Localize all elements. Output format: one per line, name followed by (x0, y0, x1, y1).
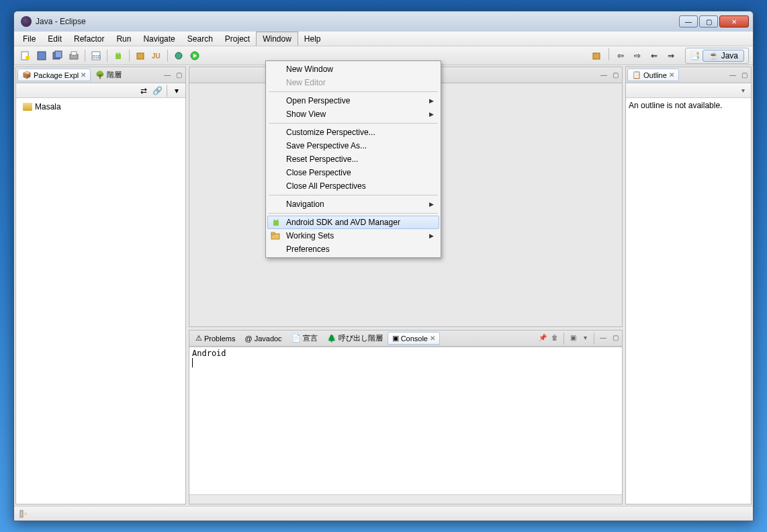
new-button[interactable] (18, 48, 33, 63)
android-button[interactable] (111, 48, 126, 63)
display-console-button[interactable]: ▣ (568, 332, 578, 343)
menu-navigation[interactable]: Navigation▶ (267, 197, 439, 211)
nav-right-button[interactable]: ⇒ (664, 48, 678, 63)
view-toolbar: ⇄ 🔗 ▾ (16, 83, 185, 98)
close-icon[interactable]: ✕ (430, 335, 435, 342)
nav-left-button[interactable]: ⇐ (647, 48, 662, 63)
java-icon: ☕ (709, 51, 719, 60)
menu-help[interactable]: Help (298, 32, 327, 46)
tab-label: 階層 (107, 70, 122, 80)
minimize-view-button[interactable]: — (727, 70, 738, 81)
tab-label: Outline (643, 71, 667, 79)
tab-javadoc[interactable]: @ Javadoc (240, 332, 286, 345)
svg-point-1 (26, 56, 30, 60)
perspective-label: Java (721, 51, 738, 60)
menu-open-perspective[interactable]: Open Perspective▶ (267, 94, 439, 107)
clear-console-button[interactable]: 🗑 (549, 332, 560, 343)
menu-refactor[interactable]: Refactor (68, 32, 110, 46)
menu-file[interactable]: File (17, 32, 42, 46)
close-icon[interactable]: ✕ (81, 71, 86, 79)
tab-outline[interactable]: 📋 Outline ✕ (627, 69, 679, 81)
maximize-editor-button[interactable]: ▢ (610, 70, 621, 81)
menu-close-perspective[interactable]: Close Perspective (267, 166, 439, 179)
minimize-view-button[interactable]: — (162, 70, 173, 81)
outline-icon: 📋 (632, 71, 641, 79)
maximize-view-button[interactable]: ▢ (610, 332, 621, 343)
forward-button[interactable]: ⇨ (630, 48, 645, 63)
menu-reset-perspective[interactable]: Reset Perspective... (267, 152, 439, 166)
run-button[interactable] (187, 48, 202, 63)
outline-tabbar: 📋 Outline ✕ — ▢ (626, 67, 751, 83)
open-console-button[interactable]: ▾ (580, 332, 590, 343)
titlebar[interactable]: Java - Eclipse — ▢ ✕ (14, 11, 753, 32)
view-tabbar: 📦 Package Expl ✕ 🌳 階層 — ▢ (16, 67, 185, 83)
status-icon[interactable] (18, 508, 29, 519)
close-button[interactable]: ✕ (719, 15, 749, 28)
statusbar (14, 506, 753, 521)
print-button[interactable] (66, 48, 81, 63)
menu-save-perspective-as[interactable]: Save Perspective As... (267, 139, 439, 152)
tab-call-hierarchy[interactable]: 🌲 呼び出し階層 (322, 331, 388, 345)
back-button[interactable]: ⇦ (613, 48, 628, 63)
project-icon (23, 103, 32, 111)
menu-search[interactable]: Search (181, 32, 219, 46)
maximize-view-button[interactable]: ▢ (173, 70, 184, 81)
android-icon (271, 217, 281, 228)
maximize-view-button[interactable]: ▢ (739, 70, 750, 81)
tab-declaration[interactable]: 📄 宣言 (287, 331, 322, 345)
minimize-editor-button[interactable]: — (598, 70, 609, 81)
svg-rect-4 (55, 51, 62, 58)
perspective-switcher[interactable]: 📑 ☕ Java (685, 48, 749, 64)
eclipse-icon (21, 16, 32, 27)
binary-icon[interactable]: 010 (89, 48, 103, 63)
minimize-button[interactable]: — (679, 15, 698, 28)
declaration-icon: 📄 (291, 334, 301, 343)
menu-navigate[interactable]: Navigate (137, 32, 181, 46)
tab-label: Javadoc (255, 335, 282, 343)
link-editor-button[interactable]: 🔗 (151, 85, 163, 97)
menu-preferences[interactable]: Preferences (267, 242, 439, 256)
menu-new-editor: New Editor (267, 76, 439, 89)
tab-hierarchy[interactable]: 🌳 階層 (91, 68, 126, 82)
menu-android-sdk-avd-manager[interactable]: Android SDK and AVD Manager (267, 216, 439, 229)
svg-rect-20 (273, 220, 279, 226)
tab-problems[interactable]: ⚠ Problems (191, 332, 240, 345)
window-menu-dropdown: New Window New Editor Open Perspective▶ … (265, 60, 441, 258)
menu-edit[interactable]: Edit (42, 32, 68, 46)
new-package-button[interactable] (590, 48, 604, 63)
menu-project[interactable]: Project (219, 32, 256, 46)
menu-show-view[interactable]: Show View▶ (267, 107, 439, 121)
save-all-button[interactable] (50, 48, 65, 63)
maximize-button[interactable]: ▢ (699, 15, 718, 28)
minimize-view-button[interactable]: — (598, 332, 608, 343)
save-button[interactable] (34, 48, 49, 63)
close-icon[interactable]: ✕ (669, 71, 674, 79)
tab-console[interactable]: ▣ Console ✕ (388, 332, 440, 345)
menu-window[interactable]: Window (256, 32, 298, 46)
menu-run[interactable]: Run (110, 32, 137, 46)
view-menu-button[interactable]: ▾ (171, 85, 183, 97)
menu-close-all-perspectives[interactable]: Close All Perspectives (267, 179, 439, 193)
submenu-arrow-icon: ▶ (429, 232, 434, 239)
svg-rect-24 (271, 232, 275, 234)
call-hierarchy-icon: 🌲 (327, 334, 336, 343)
console-body[interactable]: Android (189, 347, 622, 494)
perspective-java[interactable]: ☕ Java (703, 50, 744, 62)
svg-point-10 (116, 52, 118, 54)
package-icon[interactable] (133, 48, 148, 63)
menu-customize-perspective[interactable]: Customize Perspective... (267, 126, 439, 139)
menu-working-sets[interactable]: Working Sets▶ (267, 229, 439, 242)
junit-icon[interactable]: JU (149, 48, 164, 63)
horizontal-scrollbar[interactable] (189, 494, 622, 504)
tab-package-explorer[interactable]: 📦 Package Expl ✕ (17, 69, 91, 81)
package-explorer-body[interactable]: Masala (16, 98, 185, 504)
svg-rect-18 (20, 511, 23, 517)
outline-body: An outline is not available. (626, 98, 751, 504)
svg-rect-9 (116, 54, 121, 59)
collapse-all-button[interactable]: ⇄ (138, 85, 150, 97)
menu-new-window[interactable]: New Window (267, 62, 439, 76)
view-menu-button[interactable]: ▾ (737, 85, 748, 96)
debug-button[interactable] (171, 48, 186, 63)
pin-console-button[interactable]: 📌 (537, 332, 548, 343)
project-item[interactable]: Masala (19, 101, 183, 113)
